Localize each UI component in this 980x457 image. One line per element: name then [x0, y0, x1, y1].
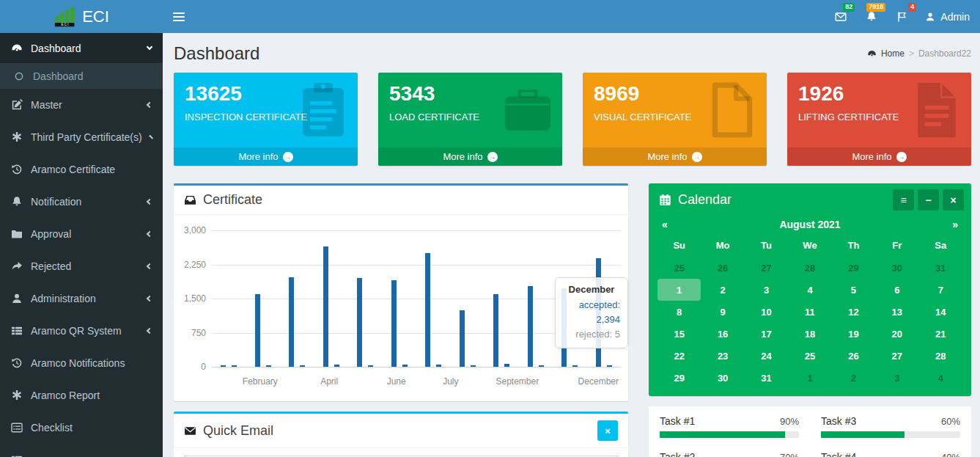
- navbar-user-menu[interactable]: Admin: [918, 0, 980, 33]
- navbar-messages-menu[interactable]: 82: [825, 0, 856, 33]
- bar-january-accepted[interactable]: [221, 365, 226, 367]
- breadcrumb-home-link[interactable]: Home: [881, 48, 905, 59]
- bar-december-rejected[interactable]: [607, 365, 612, 367]
- bar-november-rejected[interactable]: [572, 365, 578, 367]
- bar-august-accepted[interactable]: [460, 310, 465, 368]
- sidebar-item-dashboard-sub[interactable]: Dashboard: [0, 63, 163, 89]
- calendar-day[interactable]: 5: [832, 279, 875, 301]
- bar-september-rejected[interactable]: [504, 364, 509, 367]
- calendar-day[interactable]: 2: [832, 367, 875, 389]
- sidebar-item-notification[interactable]: Notification: [0, 186, 163, 218]
- sidebar-item-aramco-qr-system[interactable]: Aramco QR System: [0, 315, 163, 347]
- bar-june-rejected[interactable]: [402, 365, 408, 367]
- calendar-day[interactable]: 4: [919, 367, 962, 389]
- bar-september-accepted[interactable]: [493, 294, 498, 367]
- calendar-day[interactable]: 25: [788, 345, 831, 367]
- calendar-day[interactable]: 3: [745, 279, 788, 301]
- calendar-day[interactable]: 30: [701, 367, 744, 389]
- sidebar-item-checklist[interactable]: Checklist: [0, 412, 163, 444]
- bar-october-rejected[interactable]: [539, 365, 544, 367]
- sidebar-item-dashboard[interactable]: Dashboard: [0, 33, 163, 63]
- calendar-day[interactable]: 1: [788, 367, 831, 389]
- sidebar-item-label: Notification: [31, 196, 139, 208]
- calendar-day[interactable]: 19: [832, 323, 875, 345]
- calendar-prev-button[interactable]: «: [662, 219, 687, 230]
- sidebar-item-aramco-notifications[interactable]: Aramco Notifications: [0, 347, 163, 379]
- bar-may-rejected[interactable]: [368, 365, 373, 367]
- calendar-day[interactable]: 13: [875, 301, 918, 323]
- sidebar-item-rejected[interactable]: Rejected: [0, 250, 163, 282]
- calendar-day[interactable]: 2: [701, 279, 744, 301]
- sidebar-item-aramco-certificate[interactable]: Aramco Certificate: [0, 153, 163, 186]
- calendar-day[interactable]: 31: [745, 367, 788, 389]
- calendar-minimize-button[interactable]: −: [918, 189, 939, 211]
- more-info-link[interactable]: More info→: [174, 147, 358, 166]
- brand-logo[interactable]: E C I ECI: [0, 0, 163, 33]
- bar-july-accepted[interactable]: [425, 253, 430, 367]
- bar-june-accepted[interactable]: [391, 280, 397, 367]
- bar-january-rejected[interactable]: [232, 365, 237, 367]
- quick-email-close-button[interactable]: ×: [597, 420, 618, 441]
- calendar-day[interactable]: 21: [919, 323, 962, 345]
- calendar-day[interactable]: 26: [701, 257, 744, 279]
- calendar-day[interactable]: 16: [701, 323, 744, 345]
- calendar-day[interactable]: 7: [919, 279, 962, 301]
- bar-march-accepted[interactable]: [289, 277, 294, 367]
- task-label: Task #4: [821, 451, 856, 457]
- calendar-menu-button[interactable]: ≡: [893, 189, 914, 211]
- calendar-day[interactable]: 17: [745, 323, 788, 345]
- gridline-3000: [212, 230, 621, 231]
- breadcrumb-current: Dashboard22: [918, 48, 971, 59]
- sidebar-item-cutoff[interactable]: [0, 444, 163, 457]
- calendar-day[interactable]: 12: [832, 301, 875, 323]
- bar-july-rejected[interactable]: [436, 365, 441, 367]
- calendar-day[interactable]: 10: [745, 301, 788, 323]
- calendar-day[interactable]: 29: [832, 257, 875, 279]
- bar-april-accepted[interactable]: [323, 246, 328, 367]
- calendar-day-today[interactable]: 1: [657, 279, 701, 301]
- sidebar-item-master[interactable]: Master: [0, 89, 163, 121]
- calendar-day[interactable]: 30: [875, 257, 918, 279]
- bar-may-accepted[interactable]: [357, 278, 362, 367]
- calendar-day[interactable]: 31: [919, 257, 962, 279]
- calendar-day[interactable]: 15: [657, 323, 701, 345]
- navbar-notifications-menu[interactable]: 7918: [856, 0, 887, 33]
- calendar-day[interactable]: 27: [745, 257, 788, 279]
- calendar-day[interactable]: 3: [875, 367, 918, 389]
- calendar-day[interactable]: 29: [657, 367, 701, 389]
- calendar-day[interactable]: 24: [745, 345, 788, 367]
- calendar-day[interactable]: 18: [788, 323, 831, 345]
- calendar-day[interactable]: 9: [701, 301, 744, 323]
- more-info-link[interactable]: More info→: [378, 147, 562, 166]
- sidebar-item-approval[interactable]: Approval: [0, 218, 163, 250]
- calendar-day[interactable]: 20: [875, 323, 918, 345]
- sidebar-item-aramco-report[interactable]: Aramco Report: [0, 379, 163, 412]
- calendar-day[interactable]: 8: [657, 301, 701, 323]
- bar-february-rejected[interactable]: [266, 365, 271, 367]
- bar-april-rejected[interactable]: [334, 365, 339, 367]
- sidebar-item-administration[interactable]: Administration: [0, 282, 163, 315]
- calendar-day[interactable]: 4: [788, 279, 831, 301]
- sidebar-item-third-party-certificate-s[interactable]: Third Party Certificate(s): [0, 121, 163, 153]
- calendar-day[interactable]: 27: [875, 345, 918, 367]
- more-info-link[interactable]: More info→: [583, 147, 767, 166]
- calendar-day[interactable]: 22: [657, 345, 701, 367]
- calendar-day[interactable]: 11: [788, 301, 831, 323]
- bar-august-rejected[interactable]: [471, 365, 476, 367]
- calendar-day[interactable]: 23: [701, 345, 744, 367]
- calendar-day[interactable]: 6: [875, 279, 918, 301]
- bar-february-accepted[interactable]: [255, 294, 260, 367]
- bar-march-rejected[interactable]: [300, 365, 305, 367]
- sidebar-toggle-button[interactable]: [163, 0, 195, 33]
- calendar-day[interactable]: 28: [919, 345, 962, 367]
- navbar-flags-menu[interactable]: 4: [887, 0, 918, 33]
- calendar-next-button[interactable]: »: [933, 219, 958, 230]
- calendar-close-button[interactable]: ×: [943, 189, 964, 211]
- calendar-day[interactable]: 25: [657, 257, 701, 279]
- certificate-bar-chart[interactable]: 3,0002,2501,5007500FebruaryAprilJuneJuly…: [174, 215, 628, 401]
- more-info-link[interactable]: More info→: [787, 147, 971, 166]
- calendar-day[interactable]: 14: [919, 301, 962, 323]
- calendar-day[interactable]: 26: [832, 345, 875, 367]
- bar-october-accepted[interactable]: [528, 286, 533, 367]
- calendar-day[interactable]: 28: [788, 257, 831, 279]
